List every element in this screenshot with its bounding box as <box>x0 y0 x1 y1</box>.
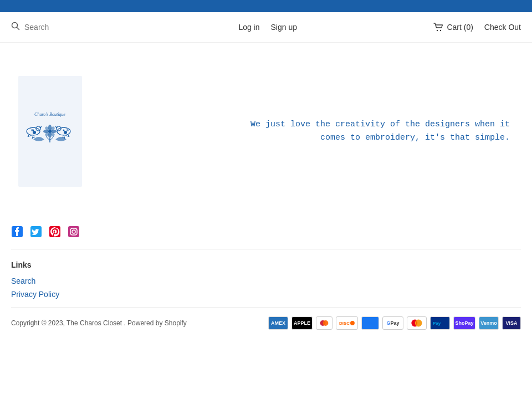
amex-badge: AMEX <box>268 316 288 330</box>
diners-badge <box>316 316 332 330</box>
svg-point-20 <box>63 130 65 131</box>
quote-text: We just love the creativity of the desig… <box>250 118 510 145</box>
svg-point-21 <box>33 131 36 134</box>
cart-label: Cart (0) <box>447 23 473 32</box>
svg-rect-28 <box>68 226 79 237</box>
top-banner <box>0 0 532 12</box>
main-content: Charo's Boutique <box>0 43 532 220</box>
links-section: Links Search Privacy Policy <box>0 249 532 308</box>
svg-point-36 <box>415 320 422 327</box>
svg-point-23 <box>31 129 33 131</box>
svg-point-18 <box>57 127 70 135</box>
navbar: Log in Sign up Cart (0) Check Out <box>0 12 532 43</box>
links-title: Links <box>11 260 521 269</box>
twitter-link[interactable] <box>30 226 42 238</box>
svg-point-31 <box>76 229 77 230</box>
footer-copyright: Copyright © 2023, The Charos Closet . Po… <box>11 319 187 327</box>
links-search-link[interactable]: Search <box>11 277 35 285</box>
meta-badge <box>361 316 379 330</box>
search-icon <box>11 22 20 33</box>
svg-point-34 <box>350 321 355 325</box>
links-list: Search Privacy Policy <box>11 276 521 299</box>
signup-link[interactable]: Sign up <box>271 23 297 32</box>
payment-icons: AMEX APPLE DISC GPay <box>268 316 521 330</box>
links-search-item: Search <box>11 276 521 286</box>
svg-point-3 <box>440 30 441 31</box>
instagram-link[interactable] <box>68 226 80 238</box>
svg-point-22 <box>64 131 67 134</box>
links-privacy-item: Privacy Policy <box>11 289 521 299</box>
paypal-badge: PayPal <box>430 316 450 330</box>
logo-area: Charo's Boutique <box>11 54 89 209</box>
logo-box: Charo's Boutique <box>18 76 82 187</box>
login-link[interactable]: Log in <box>238 23 259 32</box>
links-privacy-link[interactable]: Privacy Policy <box>11 290 59 299</box>
store-name-link[interactable]: The Charos Closet <box>66 319 122 327</box>
venmo-badge: Venmo <box>479 316 499 330</box>
search-area <box>11 22 102 33</box>
pinterest-link[interactable] <box>49 226 61 238</box>
search-input[interactable] <box>24 23 102 32</box>
nav-center: Log in Sign up <box>238 23 297 32</box>
shopay-badge: ShoPay <box>453 316 475 330</box>
discover-badge: DISC <box>336 316 358 330</box>
facebook-link[interactable] <box>11 226 23 238</box>
svg-point-33 <box>323 320 329 326</box>
svg-line-1 <box>17 28 19 30</box>
visa-badge: VISA <box>502 316 521 330</box>
social-section <box>0 220 532 249</box>
mastercard-badge <box>407 316 427 330</box>
nav-right: Cart (0) Check Out <box>433 23 521 32</box>
svg-point-2 <box>437 30 438 31</box>
svg-point-24 <box>66 129 69 131</box>
gpay-badge: GPay <box>382 316 403 330</box>
apple-pay-badge: APPLE <box>291 316 313 330</box>
social-icons <box>11 226 521 238</box>
svg-text:Charo's Boutique: Charo's Boutique <box>34 112 65 117</box>
quote-area: We just love the creativity of the desig… <box>89 54 521 209</box>
checkout-link[interactable]: Check Out <box>484 23 521 32</box>
footer: Copyright © 2023, The Charos Closet . Po… <box>0 308 532 338</box>
cart-link[interactable]: Cart (0) <box>433 23 473 32</box>
